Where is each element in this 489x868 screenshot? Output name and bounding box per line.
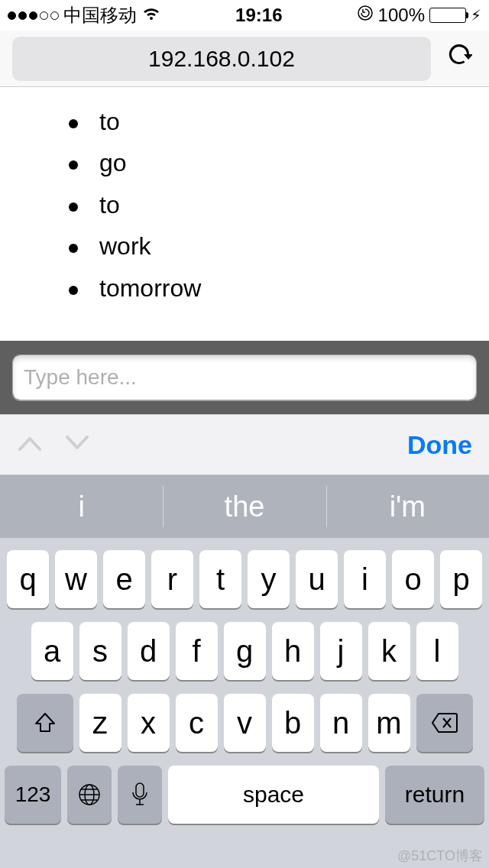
key-h[interactable]: h	[272, 622, 314, 680]
list-item: go	[69, 142, 489, 183]
key-k[interactable]: k	[368, 622, 410, 680]
key-v[interactable]: v	[224, 694, 266, 752]
keyboard: q w e r t y u i o p a s d f g h j k l z …	[0, 538, 489, 868]
url-text: 192.168.0.102	[148, 46, 295, 72]
key-a[interactable]: a	[31, 622, 73, 680]
next-field-button[interactable]	[64, 434, 90, 455]
key-c[interactable]: c	[176, 694, 218, 752]
key-d[interactable]: d	[128, 622, 170, 680]
key-t[interactable]: t	[199, 550, 241, 608]
return-key[interactable]: return	[385, 766, 484, 824]
key-y[interactable]: y	[248, 550, 290, 608]
prev-field-button[interactable]	[17, 434, 43, 455]
status-right: 100% ⚡︎	[357, 5, 481, 26]
suggestion-3[interactable]: i'm	[326, 475, 489, 538]
key-i[interactable]: i	[344, 550, 386, 608]
space-key[interactable]: space	[168, 766, 379, 824]
battery-icon	[429, 8, 466, 23]
text-input[interactable]	[12, 355, 477, 400]
key-f[interactable]: f	[176, 622, 218, 680]
reload-button[interactable]	[442, 41, 477, 76]
key-l[interactable]: l	[416, 622, 458, 680]
key-s[interactable]: s	[79, 622, 121, 680]
charging-icon: ⚡︎	[471, 6, 481, 24]
watermark: @51CTO博客	[397, 847, 483, 865]
suggestion-2[interactable]: the	[163, 475, 325, 538]
shift-key[interactable]	[17, 694, 73, 752]
status-left: 中国移动	[8, 3, 161, 28]
signal-strength-icon	[8, 11, 59, 20]
url-field[interactable]: 192.168.0.102	[12, 37, 431, 81]
key-w[interactable]: w	[55, 550, 97, 608]
list-item: to	[69, 184, 489, 225]
backspace-key[interactable]	[416, 694, 473, 752]
globe-key[interactable]	[67, 766, 112, 824]
key-n[interactable]: n	[320, 694, 362, 752]
key-e[interactable]: e	[103, 550, 145, 608]
key-b[interactable]: b	[272, 694, 314, 752]
status-bar: 中国移动 19:16 100% ⚡︎	[0, 0, 489, 31]
list-item: to	[69, 101, 489, 142]
carrier-label: 中国移动	[63, 3, 137, 28]
input-assist-bar: Done	[0, 414, 489, 475]
key-z[interactable]: z	[79, 694, 121, 752]
browser-url-bar: 192.168.0.102	[0, 31, 489, 87]
key-g[interactable]: g	[224, 622, 266, 680]
key-u[interactable]: u	[296, 550, 338, 608]
svg-point-0	[358, 6, 372, 20]
key-m[interactable]: m	[368, 694, 410, 752]
wifi-icon	[141, 5, 161, 26]
dictation-key[interactable]	[118, 766, 162, 824]
input-band	[0, 341, 489, 414]
key-j[interactable]: j	[320, 622, 362, 680]
suggestion-1[interactable]: i	[0, 475, 163, 538]
battery-pct-label: 100%	[378, 5, 425, 26]
numbers-key[interactable]: 123	[5, 766, 61, 824]
page-content: to go to work tomorrow	[0, 87, 489, 309]
done-button[interactable]: Done	[407, 430, 472, 460]
list-item: tomorrow	[69, 267, 489, 309]
key-p[interactable]: p	[440, 550, 482, 608]
status-time: 19:16	[235, 5, 282, 26]
key-r[interactable]: r	[151, 550, 193, 608]
word-list: to go to work tomorrow	[69, 101, 489, 309]
key-q[interactable]: q	[7, 550, 49, 608]
keyboard-suggestions: i the i'm	[0, 475, 489, 538]
rotation-lock-icon	[357, 5, 374, 26]
key-o[interactable]: o	[392, 550, 434, 608]
list-item: work	[69, 225, 489, 267]
key-x[interactable]: x	[128, 694, 170, 752]
svg-rect-3	[136, 783, 144, 797]
